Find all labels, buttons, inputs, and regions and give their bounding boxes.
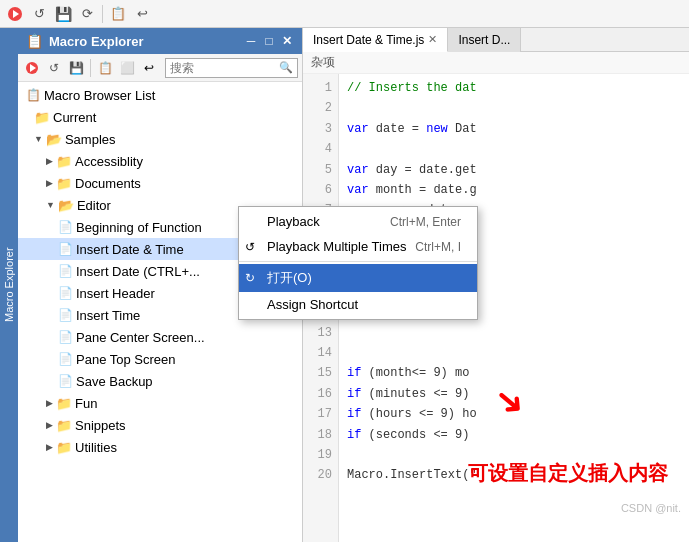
tab-close-btn[interactable]: ✕ xyxy=(428,33,437,46)
macro-replay-btn[interactable]: ↺ xyxy=(44,58,64,78)
toolbar-separator-1 xyxy=(102,5,103,23)
ctx-playback-multiple[interactable]: ↺ Playback Multiple Times Ctrl+M, I xyxy=(239,234,477,259)
tab-insert-d-label: Insert D... xyxy=(458,33,510,47)
search-icon: 🔍 xyxy=(279,61,293,74)
top-toolbar: ↺ 💾 ⟳ 📋 ↩ xyxy=(0,0,689,28)
macro-search-box: 🔍 xyxy=(165,58,298,78)
macro-search-input[interactable] xyxy=(170,61,279,75)
arrow-right-snippets: ▶ xyxy=(46,420,53,430)
macro-minimize-btn[interactable]: ─ xyxy=(244,34,258,48)
macro-icon-it: 📄 xyxy=(58,308,73,322)
tree-item-pane-top[interactable]: 📄 Pane Top Screen xyxy=(18,348,302,370)
ctx-assign-shortcut-label: Assign Shortcut xyxy=(267,297,358,312)
code-line-2 xyxy=(347,98,477,118)
tab-insert-date-time-label: Insert Date & Time.js xyxy=(313,33,424,47)
line-num-19: 19 xyxy=(311,445,332,465)
tree-item-snippets[interactable]: ▶ 📁 Snippets xyxy=(18,414,302,436)
code-line-4 xyxy=(347,139,477,159)
macro-arrow-btn[interactable]: ↩ xyxy=(139,58,159,78)
macro-save-btn[interactable]: 💾 xyxy=(66,58,86,78)
tab-insert-d[interactable]: Insert D... xyxy=(448,28,521,52)
toolbar-run[interactable] xyxy=(4,3,26,25)
line-num-1: 1 xyxy=(311,78,332,98)
ctx-replay-icon: ↺ xyxy=(245,240,255,254)
ctx-open-icon: ↻ xyxy=(245,271,255,285)
line-num-15: 15 xyxy=(311,363,332,383)
code-line-20: Macro.InsertText(" xyxy=(347,465,477,485)
code-line-19 xyxy=(347,445,477,465)
folder-icon-fun: 📁 xyxy=(56,396,72,411)
line-num-16: 16 xyxy=(311,384,332,404)
tab-insert-date-time[interactable]: Insert Date & Time.js ✕ xyxy=(303,28,448,52)
code-line-17: if (hours <= 9) ho xyxy=(347,404,477,424)
arrow-down-samples: ▼ xyxy=(34,134,43,144)
code-line-1: // Inserts the dat xyxy=(347,78,477,98)
line-num-6: 6 xyxy=(311,180,332,200)
side-label: Macro Explorer xyxy=(0,28,18,542)
folder-icon-utilities: 📁 xyxy=(56,440,72,455)
arrow-right-fun: ▶ xyxy=(46,398,53,408)
ctx-playback-shortcut: Ctrl+M, Enter xyxy=(390,215,461,229)
toolbar-save[interactable]: 💾 xyxy=(52,3,74,25)
folder-icon-samples: 📂 xyxy=(46,132,62,147)
tree-item-browser-list[interactable]: 📋 Macro Browser List xyxy=(18,84,302,106)
arrow-down-editor: ▼ xyxy=(46,200,55,210)
line-num-17: 17 xyxy=(311,404,332,424)
code-line-15: if (month<= 9) mo xyxy=(347,363,477,383)
macro-restore-btn[interactable]: □ xyxy=(262,34,276,48)
ctx-separator xyxy=(239,261,477,262)
ctx-playback-multiple-label: Playback Multiple Times xyxy=(267,239,406,254)
code-line-18: if (seconds <= 9) xyxy=(347,425,477,445)
macro-header: 📋 Macro Explorer ─ □ ✕ xyxy=(18,28,302,54)
arrow-right-documents: ▶ xyxy=(46,178,53,188)
folder-icon-accessibility: 📁 xyxy=(56,154,72,169)
ctx-open-label: 打开(O) xyxy=(267,269,312,287)
tree-item-utilities[interactable]: ▶ 📁 Utilities xyxy=(18,436,302,458)
ctx-assign-shortcut[interactable]: Assign Shortcut xyxy=(239,292,477,317)
macro-close-btn[interactable]: ✕ xyxy=(280,34,294,48)
tree-item-save-backup[interactable]: 📄 Save Backup xyxy=(18,370,302,392)
csdn-watermark: CSDN @nit. xyxy=(621,502,681,514)
macro-icon-id: 📄 xyxy=(58,264,73,278)
code-line-14 xyxy=(347,343,477,363)
macro-toolbar-sep xyxy=(90,59,91,77)
tree-item-samples[interactable]: ▼ 📂 Samples xyxy=(18,128,302,150)
macro-icon-idt: 📄 xyxy=(58,242,73,256)
macro-toolbar: ↺ 💾 📋 ⬜ ↩ 🔍 xyxy=(18,54,302,82)
code-line-13 xyxy=(347,323,477,343)
tree-item-pane-center[interactable]: 📄 Pane Center Screen... xyxy=(18,326,302,348)
toolbar-undo[interactable]: ↩ xyxy=(131,3,153,25)
toolbar-copy[interactable]: 📋 xyxy=(107,3,129,25)
editor-subheader: 杂项 xyxy=(303,52,689,74)
ctx-open[interactable]: ↻ 打开(O) xyxy=(239,264,477,292)
ctx-playback-label: Playback xyxy=(267,214,320,229)
macro-header-title: 📋 Macro Explorer xyxy=(26,33,144,49)
context-menu: Playback Ctrl+M, Enter ↺ Playback Multip… xyxy=(238,206,478,320)
tree-item-current[interactable]: 📁 Current xyxy=(18,106,302,128)
table-icon: 📋 xyxy=(26,88,41,102)
code-line-5: var day = date.get xyxy=(347,160,477,180)
toolbar-reload[interactable]: ⟳ xyxy=(76,3,98,25)
toolbar-refresh[interactable]: ↺ xyxy=(28,3,50,25)
macro-run-btn[interactable] xyxy=(22,58,42,78)
ctx-playback[interactable]: Playback Ctrl+M, Enter xyxy=(239,209,477,234)
line-num-5: 5 xyxy=(311,160,332,180)
tree-item-fun[interactable]: ▶ 📁 Fun xyxy=(18,392,302,414)
macro-icon-sb: 📄 xyxy=(58,374,73,388)
macro-header-controls: ─ □ ✕ xyxy=(244,34,294,48)
macro-new-btn[interactable]: 📋 xyxy=(95,58,115,78)
code-line-6: var month = date.g xyxy=(347,180,477,200)
macro-copy-btn[interactable]: ⬜ xyxy=(117,58,137,78)
line-num-13: 13 xyxy=(311,323,332,343)
code-line-3: var date = new Dat xyxy=(347,119,477,139)
line-num-18: 18 xyxy=(311,425,332,445)
editor-section-label: 杂项 xyxy=(311,54,335,71)
ctx-playback-multiple-shortcut: Ctrl+M, I xyxy=(415,240,461,254)
line-num-20: 20 xyxy=(311,465,332,485)
folder-icon-current: 📁 xyxy=(34,110,50,125)
tree-item-documents[interactable]: ▶ 📁 Documents xyxy=(18,172,302,194)
folder-icon-editor: 📂 xyxy=(58,198,74,213)
macro-icon-ih: 📄 xyxy=(58,286,73,300)
macro-icon-bof: 📄 xyxy=(58,220,73,234)
tree-item-accessibility[interactable]: ▶ 📁 Accessiblity xyxy=(18,150,302,172)
